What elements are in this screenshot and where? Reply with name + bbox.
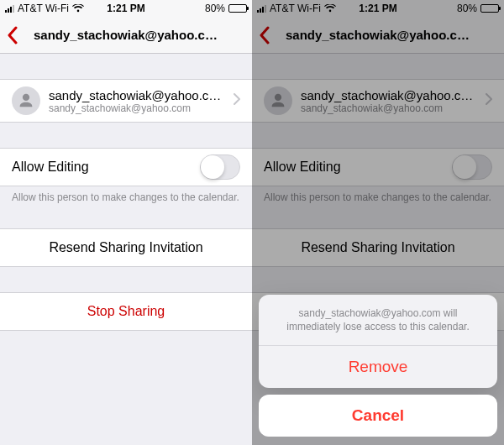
allow-editing-toggle[interactable] bbox=[200, 154, 240, 180]
allow-editing-footer: Allow this person to make changes to the… bbox=[0, 186, 252, 203]
page-title: sandy_stachowiak@yahoo.com bbox=[286, 28, 470, 42]
nav-bar: sandy_stachowiak@yahoo.com bbox=[0, 17, 252, 54]
chevron-left-icon bbox=[7, 26, 18, 44]
allow-editing-row[interactable]: Allow Editing bbox=[252, 149, 504, 186]
back-button[interactable] bbox=[7, 17, 18, 53]
allow-editing-row[interactable]: Allow Editing bbox=[0, 149, 252, 186]
page-title: sandy_stachowiak@yahoo.com bbox=[34, 28, 218, 42]
stop-sharing-label: Stop Sharing bbox=[87, 304, 165, 319]
status-bar: AT&T Wi-Fi 1:21 PM 80% bbox=[252, 0, 504, 17]
person-icon bbox=[17, 92, 35, 110]
person-primary-label: sandy_stachowiak@yahoo.com bbox=[49, 88, 225, 102]
allow-editing-toggle[interactable] bbox=[452, 154, 492, 180]
resend-invitation-label: Resend Sharing Invitation bbox=[301, 240, 454, 255]
back-button[interactable] bbox=[259, 17, 270, 53]
screen-sharing-settings: AT&T Wi-Fi 1:21 PM 80% sandy_stachowiak@… bbox=[0, 0, 252, 445]
carrier-label: AT&T Wi-Fi bbox=[18, 3, 69, 14]
person-row[interactable]: sandy_stachowiak@yahoo.com sandy_stachow… bbox=[252, 80, 504, 122]
clock-label: 1:21 PM bbox=[359, 3, 396, 14]
resend-invitation-button[interactable]: Resend Sharing Invitation bbox=[0, 229, 252, 266]
signal-icon bbox=[257, 4, 266, 13]
status-bar: AT&T Wi-Fi 1:21 PM 80% bbox=[0, 0, 252, 17]
avatar bbox=[12, 86, 40, 115]
battery-icon bbox=[228, 4, 247, 13]
allow-editing-label: Allow Editing bbox=[12, 160, 200, 175]
screen-sharing-settings-confirm: AT&T Wi-Fi 1:21 PM 80% sandy_stachowiak@… bbox=[252, 0, 504, 445]
cancel-button[interactable]: Cancel bbox=[259, 395, 497, 437]
wifi-icon bbox=[324, 4, 336, 13]
action-sheet: sandy_stachowiak@yahoo.com will immediat… bbox=[259, 295, 497, 437]
avatar bbox=[264, 86, 292, 115]
chevron-left-icon bbox=[259, 26, 270, 44]
nav-bar: sandy_stachowiak@yahoo.com bbox=[252, 17, 504, 54]
allow-editing-label: Allow Editing bbox=[264, 160, 452, 175]
battery-icon bbox=[480, 4, 499, 13]
cancel-label: Cancel bbox=[352, 406, 404, 424]
signal-icon bbox=[5, 4, 14, 13]
clock-label: 1:21 PM bbox=[107, 3, 144, 14]
battery-pct-label: 80% bbox=[205, 3, 225, 14]
chevron-right-icon bbox=[234, 93, 240, 108]
action-sheet-message: sandy_stachowiak@yahoo.com will immediat… bbox=[259, 295, 497, 346]
chevron-right-icon bbox=[486, 93, 492, 108]
resend-invitation-button[interactable]: Resend Sharing Invitation bbox=[252, 229, 504, 266]
remove-button[interactable]: Remove bbox=[259, 346, 497, 388]
battery-pct-label: 80% bbox=[457, 3, 477, 14]
person-secondary-label: sandy_stachowiak@yahoo.com bbox=[301, 102, 477, 114]
stop-sharing-button[interactable]: Stop Sharing bbox=[0, 293, 252, 330]
person-icon bbox=[269, 92, 287, 110]
person-primary-label: sandy_stachowiak@yahoo.com bbox=[301, 88, 477, 102]
person-row[interactable]: sandy_stachowiak@yahoo.com sandy_stachow… bbox=[0, 80, 252, 122]
allow-editing-footer: Allow this person to make changes to the… bbox=[252, 186, 504, 203]
resend-invitation-label: Resend Sharing Invitation bbox=[49, 240, 202, 255]
remove-label: Remove bbox=[349, 358, 408, 375]
carrier-label: AT&T Wi-Fi bbox=[270, 3, 321, 14]
wifi-icon bbox=[72, 4, 84, 13]
person-secondary-label: sandy_stachowiak@yahoo.com bbox=[49, 102, 225, 114]
